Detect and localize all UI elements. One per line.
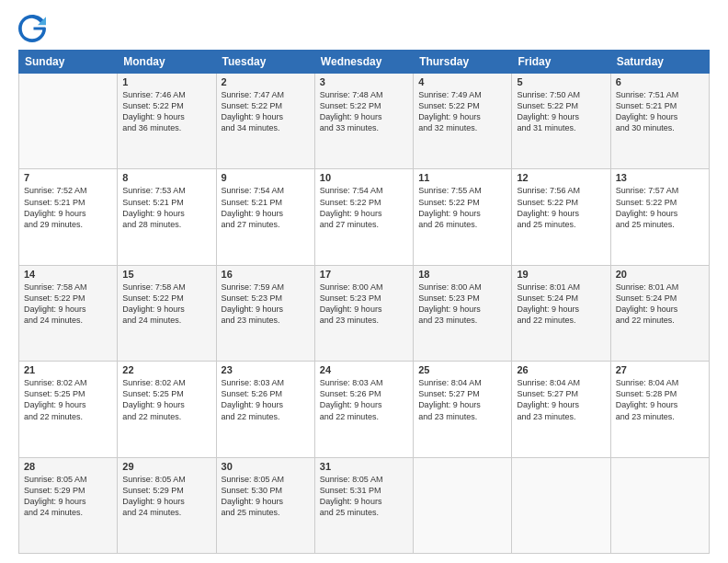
calendar-day-cell: 19Sunrise: 8:01 AM Sunset: 5:24 PM Dayli… [512, 265, 610, 361]
day-info: Sunrise: 8:01 AM Sunset: 5:24 PM Dayligh… [517, 282, 605, 327]
day-info: Sunrise: 7:54 AM Sunset: 5:22 PM Dayligh… [320, 185, 408, 230]
day-info: Sunrise: 7:48 AM Sunset: 5:22 PM Dayligh… [320, 89, 408, 134]
day-number: 8 [122, 172, 210, 183]
day-number: 5 [517, 76, 605, 87]
calendar-day-cell: 26Sunrise: 8:04 AM Sunset: 5:27 PM Dayli… [512, 362, 610, 457]
calendar-day-cell: 31Sunrise: 8:05 AM Sunset: 5:31 PM Dayli… [314, 457, 413, 553]
day-info: Sunrise: 8:00 AM Sunset: 5:23 PM Dayligh… [320, 282, 408, 327]
day-info: Sunrise: 7:59 AM Sunset: 5:23 PM Dayligh… [222, 282, 310, 327]
day-info: Sunrise: 7:51 AM Sunset: 5:21 PM Dayligh… [616, 89, 704, 134]
day-info: Sunrise: 7:54 AM Sunset: 5:21 PM Dayligh… [222, 185, 310, 230]
calendar-week-row: 28Sunrise: 8:05 AM Sunset: 5:29 PM Dayli… [19, 457, 710, 553]
day-number: 11 [418, 172, 506, 183]
day-number: 1 [122, 76, 210, 87]
day-number: 9 [222, 172, 310, 183]
calendar-day-header: Sunday [19, 51, 118, 74]
calendar-day-cell: 6Sunrise: 7:51 AM Sunset: 5:21 PM Daylig… [610, 74, 709, 169]
day-info: Sunrise: 7:50 AM Sunset: 5:22 PM Dayligh… [517, 89, 605, 134]
day-info: Sunrise: 8:00 AM Sunset: 5:23 PM Dayligh… [418, 282, 506, 327]
day-number: 21 [24, 364, 112, 375]
day-info: Sunrise: 7:55 AM Sunset: 5:22 PM Dayligh… [418, 185, 506, 230]
day-number: 27 [616, 364, 704, 375]
calendar-day-cell: 12Sunrise: 7:56 AM Sunset: 5:22 PM Dayli… [512, 169, 610, 265]
calendar-day-cell [19, 74, 118, 169]
calendar-day-cell: 30Sunrise: 8:05 AM Sunset: 5:30 PM Dayli… [216, 457, 314, 553]
day-info: Sunrise: 7:57 AM Sunset: 5:22 PM Dayligh… [616, 185, 704, 230]
calendar-day-cell: 5Sunrise: 7:50 AM Sunset: 5:22 PM Daylig… [512, 74, 610, 169]
calendar-day-header: Monday [118, 51, 216, 74]
calendar-day-header: Thursday [414, 51, 512, 74]
day-info: Sunrise: 8:05 AM Sunset: 5:31 PM Dayligh… [320, 474, 408, 519]
day-number: 3 [320, 76, 408, 87]
calendar-day-cell: 1Sunrise: 7:46 AM Sunset: 5:22 PM Daylig… [118, 74, 216, 169]
day-info: Sunrise: 8:03 AM Sunset: 5:26 PM Dayligh… [320, 377, 408, 422]
header [18, 15, 710, 42]
day-number: 22 [122, 364, 210, 375]
calendar-day-cell: 4Sunrise: 7:49 AM Sunset: 5:22 PM Daylig… [414, 74, 512, 169]
calendar-day-header: Tuesday [216, 51, 314, 74]
calendar-day-cell: 21Sunrise: 8:02 AM Sunset: 5:25 PM Dayli… [19, 362, 118, 457]
calendar-table: SundayMondayTuesdayWednesdayThursdayFrid… [18, 50, 710, 554]
day-number: 12 [517, 172, 605, 183]
calendar-day-cell: 25Sunrise: 8:04 AM Sunset: 5:27 PM Dayli… [414, 362, 512, 457]
logo [18, 15, 50, 42]
logo-icon [18, 15, 46, 42]
day-number: 29 [122, 461, 210, 472]
day-info: Sunrise: 8:05 AM Sunset: 5:29 PM Dayligh… [24, 474, 112, 519]
day-info: Sunrise: 7:46 AM Sunset: 5:22 PM Dayligh… [122, 89, 210, 134]
calendar-day-cell: 2Sunrise: 7:47 AM Sunset: 5:22 PM Daylig… [216, 74, 314, 169]
day-number: 14 [24, 269, 112, 280]
calendar-week-row: 21Sunrise: 8:02 AM Sunset: 5:25 PM Dayli… [19, 362, 710, 457]
day-info: Sunrise: 8:05 AM Sunset: 5:30 PM Dayligh… [222, 474, 310, 519]
calendar-day-cell: 16Sunrise: 7:59 AM Sunset: 5:23 PM Dayli… [216, 265, 314, 361]
day-info: Sunrise: 7:47 AM Sunset: 5:22 PM Dayligh… [222, 89, 310, 134]
day-number: 30 [222, 461, 310, 472]
day-info: Sunrise: 8:02 AM Sunset: 5:25 PM Dayligh… [24, 377, 112, 422]
day-info: Sunrise: 7:56 AM Sunset: 5:22 PM Dayligh… [517, 185, 605, 230]
day-number: 15 [122, 269, 210, 280]
day-number: 4 [418, 76, 506, 87]
calendar-day-header: Wednesday [314, 51, 413, 74]
day-info: Sunrise: 7:53 AM Sunset: 5:21 PM Dayligh… [122, 185, 210, 230]
calendar-day-cell: 17Sunrise: 8:00 AM Sunset: 5:23 PM Dayli… [314, 265, 413, 361]
calendar-day-cell: 8Sunrise: 7:53 AM Sunset: 5:21 PM Daylig… [118, 169, 216, 265]
calendar-week-row: 14Sunrise: 7:58 AM Sunset: 5:22 PM Dayli… [19, 265, 710, 361]
day-info: Sunrise: 8:01 AM Sunset: 5:24 PM Dayligh… [616, 282, 704, 327]
calendar-week-row: 7Sunrise: 7:52 AM Sunset: 5:21 PM Daylig… [19, 169, 710, 265]
day-info: Sunrise: 8:02 AM Sunset: 5:25 PM Dayligh… [122, 377, 210, 422]
day-info: Sunrise: 8:04 AM Sunset: 5:27 PM Dayligh… [517, 377, 605, 422]
calendar-day-cell: 20Sunrise: 8:01 AM Sunset: 5:24 PM Dayli… [610, 265, 709, 361]
day-number: 7 [24, 172, 112, 183]
day-number: 31 [320, 461, 408, 472]
day-number: 20 [616, 269, 704, 280]
day-number: 13 [616, 172, 704, 183]
day-number: 6 [616, 76, 704, 87]
day-number: 17 [320, 269, 408, 280]
day-info: Sunrise: 8:05 AM Sunset: 5:29 PM Dayligh… [122, 474, 210, 519]
calendar-day-cell: 28Sunrise: 8:05 AM Sunset: 5:29 PM Dayli… [19, 457, 118, 553]
calendar-day-cell [414, 457, 512, 553]
calendar-day-cell: 3Sunrise: 7:48 AM Sunset: 5:22 PM Daylig… [314, 74, 413, 169]
day-info: Sunrise: 7:58 AM Sunset: 5:22 PM Dayligh… [24, 282, 112, 327]
calendar-day-header: Saturday [610, 51, 709, 74]
calendar-day-header: Friday [512, 51, 610, 74]
day-number: 2 [222, 76, 310, 87]
day-number: 28 [24, 461, 112, 472]
calendar-day-cell: 23Sunrise: 8:03 AM Sunset: 5:26 PM Dayli… [216, 362, 314, 457]
calendar-day-cell: 29Sunrise: 8:05 AM Sunset: 5:29 PM Dayli… [118, 457, 216, 553]
calendar-day-cell: 9Sunrise: 7:54 AM Sunset: 5:21 PM Daylig… [216, 169, 314, 265]
day-info: Sunrise: 8:04 AM Sunset: 5:28 PM Dayligh… [616, 377, 704, 422]
calendar-day-cell: 18Sunrise: 8:00 AM Sunset: 5:23 PM Dayli… [414, 265, 512, 361]
day-info: Sunrise: 7:58 AM Sunset: 5:22 PM Dayligh… [122, 282, 210, 327]
calendar-day-cell [610, 457, 709, 553]
calendar-day-cell [512, 457, 610, 553]
calendar-day-cell: 11Sunrise: 7:55 AM Sunset: 5:22 PM Dayli… [414, 169, 512, 265]
calendar-day-cell: 15Sunrise: 7:58 AM Sunset: 5:22 PM Dayli… [118, 265, 216, 361]
day-number: 26 [517, 364, 605, 375]
day-info: Sunrise: 8:03 AM Sunset: 5:26 PM Dayligh… [222, 377, 310, 422]
day-number: 23 [222, 364, 310, 375]
day-info: Sunrise: 7:52 AM Sunset: 5:21 PM Dayligh… [24, 185, 112, 230]
calendar-week-row: 1Sunrise: 7:46 AM Sunset: 5:22 PM Daylig… [19, 74, 710, 169]
calendar-day-cell: 7Sunrise: 7:52 AM Sunset: 5:21 PM Daylig… [19, 169, 118, 265]
day-info: Sunrise: 7:49 AM Sunset: 5:22 PM Dayligh… [418, 89, 506, 134]
